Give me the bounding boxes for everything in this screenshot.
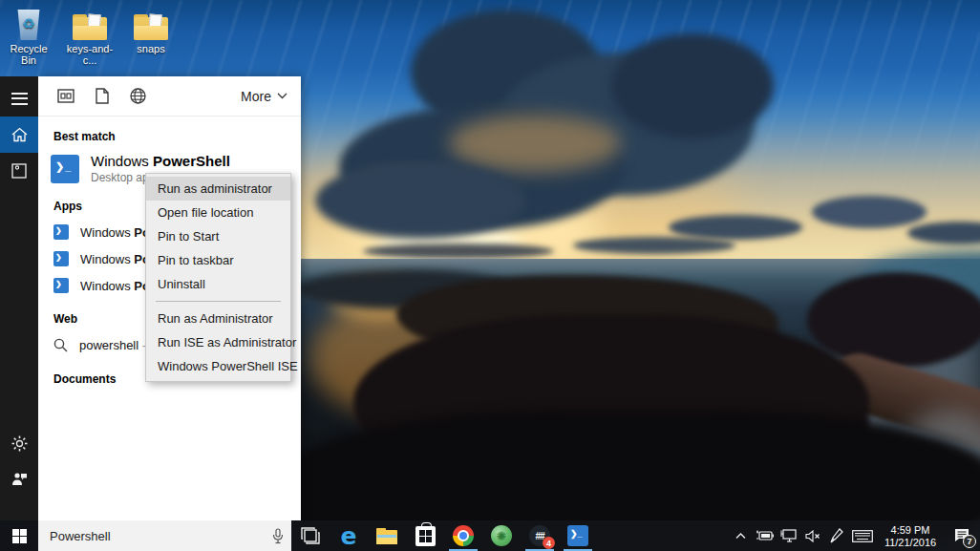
- notification-badge: 4: [543, 537, 555, 549]
- taskbar-search-box[interactable]: Powershell: [38, 520, 291, 551]
- apps-filter-icon[interactable]: [57, 89, 75, 103]
- clock-time: 4:59 PM: [877, 524, 944, 537]
- task-view-button[interactable]: [291, 520, 330, 551]
- search-filter-bar: More: [38, 76, 301, 117]
- documents-filter-icon[interactable]: [96, 88, 109, 104]
- chrome-button[interactable]: [444, 520, 482, 551]
- battery-charging-icon: [756, 530, 774, 541]
- badged-app-icon: ##4: [529, 525, 550, 546]
- edge-button[interactable]: e: [330, 520, 368, 551]
- web-filter-icon[interactable]: [130, 88, 146, 104]
- taskbar: Powershell e ✺ ##4: [0, 520, 980, 551]
- windows-logo-icon: [12, 529, 27, 543]
- powershell-icon: [51, 155, 79, 183]
- hamburger-icon: [11, 93, 28, 105]
- result-title: Windows PowerShell: [91, 153, 230, 169]
- tray-expand-button[interactable]: [729, 520, 753, 551]
- powershell-icon: [53, 251, 69, 266]
- recycle-bin-icon: ♻: [16, 10, 41, 40]
- gear-icon: [11, 435, 28, 452]
- taskbar-clock[interactable]: 4:59 PM 11/21/2016: [877, 523, 944, 549]
- start-button[interactable]: [0, 520, 38, 551]
- action-center-button[interactable]: 7: [944, 520, 980, 551]
- more-label: More: [241, 89, 271, 104]
- file-explorer-button[interactable]: [368, 520, 406, 551]
- powershell-taskbar-button[interactable]: [559, 520, 597, 551]
- desktop-icon-label: Recycle Bin: [2, 43, 55, 66]
- hamburger-menu-button[interactable]: [0, 80, 38, 117]
- keyboard-icon: [852, 530, 873, 542]
- desktop-icon-keys-folder[interactable]: keys-and-c...: [63, 4, 117, 66]
- windows-ink-button[interactable]: [824, 520, 848, 551]
- best-match-header: Best match: [38, 117, 301, 149]
- speaker-muted-icon: [805, 530, 820, 542]
- feedback-person-icon: [11, 471, 28, 486]
- rail-home-button[interactable]: [0, 117, 38, 153]
- badged-app-button[interactable]: ##4: [521, 520, 559, 551]
- edge-icon: e: [341, 524, 357, 548]
- powershell-icon: [53, 278, 69, 293]
- desktop-icon-grid: ♻ Recycle Bin keys-and-c... snaps: [2, 4, 178, 66]
- context-menu: Run as administrator Open file location …: [145, 173, 291, 382]
- chevron-up-icon: [735, 533, 746, 540]
- search-input-value: Powershell: [50, 529, 111, 543]
- more-dropdown[interactable]: More: [241, 89, 288, 104]
- clock-date: 11/21/2016: [877, 537, 944, 549]
- windows-desktop: ♻ Recycle Bin keys-and-c... snaps: [0, 0, 980, 551]
- menu-separator: [156, 301, 281, 302]
- menu-item-uninstall[interactable]: Uninstall: [146, 272, 290, 296]
- home-icon: [11, 127, 28, 142]
- task-view-icon: [301, 527, 320, 544]
- menu-item-pin-to-start[interactable]: Pin to Start: [146, 224, 290, 248]
- rail-settings-button[interactable]: [0, 425, 38, 461]
- touch-keyboard-button[interactable]: [848, 520, 877, 551]
- desktop-icon-label: snaps: [124, 43, 178, 54]
- folder-icon: [73, 14, 107, 40]
- menu-item-run-as-administrator-2[interactable]: Run as Administrator: [146, 307, 290, 330]
- powershell-icon: [53, 224, 69, 240]
- desktop-icon-snaps-folder[interactable]: snaps: [124, 4, 178, 66]
- menu-item-run-as-administrator[interactable]: Run as administrator: [146, 177, 290, 201]
- powershell-icon: [567, 525, 588, 546]
- volume-status[interactable]: [800, 520, 824, 551]
- desktop-icon-label: keys-and-c...: [63, 43, 117, 66]
- search-icon: [53, 338, 68, 352]
- taskbar-app-icons: e ✺ ##4: [291, 520, 597, 551]
- chrome-icon: [453, 525, 474, 546]
- store-icon: [415, 526, 436, 546]
- store-button[interactable]: [406, 520, 444, 551]
- network-status[interactable]: [777, 520, 800, 551]
- notebook-icon: [11, 163, 27, 179]
- file-explorer-icon: [376, 528, 397, 544]
- ethernet-network-icon: [780, 529, 797, 542]
- green-app-button[interactable]: ✺: [482, 520, 521, 551]
- search-flyout-rail: [0, 76, 38, 520]
- menu-item-pin-to-taskbar[interactable]: Pin to taskbar: [146, 248, 290, 272]
- rail-feedback-button[interactable]: [0, 460, 38, 497]
- desktop-icon-recycle-bin[interactable]: ♻ Recycle Bin: [2, 4, 55, 66]
- battery-status[interactable]: [753, 520, 777, 551]
- rail-notebook-button[interactable]: [0, 153, 38, 189]
- menu-item-run-ise-as-administrator[interactable]: Run ISE as Administrator: [146, 330, 290, 354]
- action-center-badge: 7: [963, 535, 976, 548]
- microphone-icon[interactable]: [272, 528, 284, 544]
- chevron-down-icon: [277, 93, 288, 99]
- menu-item-windows-powershell-ise[interactable]: Windows PowerShell ISE: [146, 354, 290, 378]
- system-tray: 4:59 PM 11/21/2016 7: [729, 520, 980, 551]
- pen-icon: [829, 528, 843, 543]
- green-app-icon: ✺: [491, 525, 512, 546]
- folder-icon: [134, 14, 168, 40]
- menu-item-open-file-location[interactable]: Open file location: [146, 201, 290, 224]
